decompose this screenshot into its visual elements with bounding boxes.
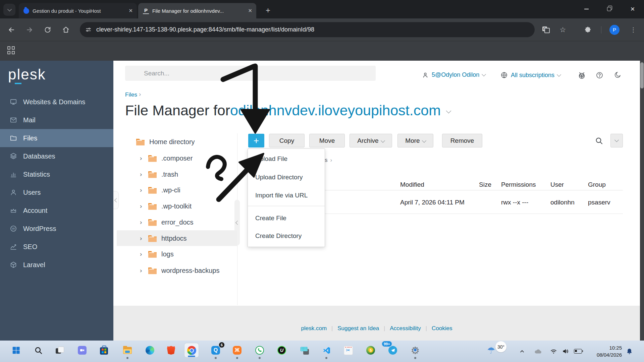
iobit-taskbar-button[interactable]: U bbox=[274, 343, 289, 358]
store-taskbar-button[interactable] bbox=[97, 343, 111, 358]
table-cell-permissions[interactable]: rwx --x --- bbox=[501, 199, 528, 206]
chevron-right-icon[interactable]: › bbox=[140, 267, 144, 274]
copy-button[interactable]: Copy bbox=[269, 134, 305, 147]
tree-item-error-docs[interactable]: ›error_docs bbox=[140, 217, 194, 227]
table-header-modified[interactable]: Modified bbox=[400, 181, 424, 188]
snipping-taskbar-button[interactable]: ✂ bbox=[341, 343, 356, 358]
title-chevron-icon[interactable] bbox=[446, 108, 451, 114]
table-cell-user[interactable]: odilonhn bbox=[550, 199, 575, 206]
window-minimize-button[interactable] bbox=[578, 0, 595, 18]
sidebar-collapse-button[interactable] bbox=[113, 191, 119, 209]
chevron-right-icon[interactable]: › bbox=[140, 219, 144, 226]
home-button[interactable] bbox=[59, 18, 72, 41]
tree-item-composer[interactable]: ›.composer bbox=[140, 153, 193, 163]
more-button[interactable]: More bbox=[397, 134, 433, 147]
start-taskbar-button[interactable] bbox=[9, 343, 23, 358]
chevron-right-icon[interactable]: › bbox=[140, 155, 144, 162]
table-cell-modified[interactable]: April 7, 2026 04:11 PM bbox=[400, 199, 465, 206]
footer-link-cookies[interactable]: Cookies bbox=[432, 325, 452, 332]
page-scrollbar[interactable] bbox=[640, 61, 644, 341]
url-bar[interactable]: clever-shirley.147-135-138-90.plesk.page… bbox=[80, 22, 535, 37]
reload-button[interactable] bbox=[41, 18, 54, 41]
page-scrollbar-thumb[interactable] bbox=[640, 62, 644, 88]
new-tab-button[interactable]: + bbox=[262, 5, 274, 16]
tab-search-button[interactable] bbox=[3, 4, 15, 16]
table-header-permissions[interactable]: Permissions bbox=[501, 181, 536, 188]
chevron-right-icon[interactable]: › bbox=[140, 186, 144, 194]
help-button[interactable] bbox=[596, 71, 603, 79]
weather-umbrella-icon[interactable]: ☂ bbox=[487, 345, 495, 356]
chevron-right-icon[interactable]: › bbox=[140, 202, 144, 210]
brave-taskbar-button[interactable] bbox=[164, 343, 178, 358]
tray-overflow-button[interactable] bbox=[516, 341, 528, 362]
menu-item-create-directory[interactable]: Create Directory bbox=[248, 229, 325, 243]
tree-item-wp-toolkit[interactable]: ›.wp-toolkit bbox=[140, 201, 192, 211]
sidebar-item-databases[interactable]: Databases bbox=[0, 147, 113, 165]
chevron-right-icon[interactable]: › bbox=[140, 250, 144, 258]
battery-tray-button[interactable] bbox=[572, 341, 584, 362]
search-taskbar-button[interactable] bbox=[31, 343, 46, 358]
remove-button[interactable]: Remove bbox=[442, 134, 482, 147]
sidebar-item-wordpress[interactable]: WWordPress bbox=[0, 220, 113, 238]
user-menu[interactable]: 5@Odylon Odilon bbox=[422, 71, 485, 78]
table-header-size[interactable]: Size bbox=[460, 181, 491, 188]
profile-button[interactable]: P bbox=[608, 18, 621, 41]
apps-grid-icon[interactable] bbox=[7, 46, 15, 54]
sidebar-item-users[interactable]: Users bbox=[0, 183, 113, 201]
footer-link-accessibility[interactable]: Accessibility bbox=[390, 325, 421, 332]
file-explorer-taskbar-button[interactable] bbox=[120, 343, 135, 358]
metatrader-taskbar-button[interactable]: 5 bbox=[363, 343, 378, 358]
footer-link-suggest-an-idea[interactable]: Suggest an Idea bbox=[337, 325, 379, 332]
xampp-taskbar-button[interactable]: Ж bbox=[230, 343, 245, 358]
dark-mode-button[interactable] bbox=[614, 71, 622, 79]
bookmark-button[interactable]: ☆ bbox=[556, 18, 570, 41]
table-header-user[interactable]: User bbox=[550, 181, 564, 188]
task-view-taskbar-button[interactable] bbox=[52, 343, 67, 358]
edge-taskbar-button[interactable] bbox=[143, 343, 157, 358]
wifi-tray-button[interactable] bbox=[547, 341, 559, 362]
tree-item-wp-cli[interactable]: ›.wp-cli bbox=[140, 185, 180, 195]
back-button[interactable] bbox=[5, 18, 18, 41]
browser-menu-button[interactable]: ⋮ bbox=[627, 18, 640, 41]
tab-close-icon[interactable]: ✕ bbox=[248, 8, 252, 14]
sidebar-item-files[interactable]: Files bbox=[0, 129, 113, 147]
chat-taskbar-button[interactable] bbox=[75, 343, 90, 358]
plesk-search-input[interactable] bbox=[125, 66, 376, 81]
browser-tab-file-manager[interactable]: P File Manager for odilonhnvdev... ✕ bbox=[138, 3, 256, 18]
tree-item-wordpress-backups[interactable]: ›wordpress-backups bbox=[140, 265, 219, 276]
browser-tab-gestion[interactable]: Gestion du produit - YoupiHost ✕ bbox=[19, 3, 137, 18]
archive-button[interactable]: Archive bbox=[350, 134, 392, 147]
menu-item-import-file-via-url[interactable]: Import file via URL bbox=[248, 189, 325, 202]
breadcrumb-files-link[interactable]: Files bbox=[125, 92, 137, 98]
subscriptions-menu[interactable]: All subscriptions bbox=[500, 71, 560, 79]
tree-item-home-directory[interactable]: Home directory bbox=[136, 137, 195, 147]
window-close-button[interactable]: ✕ bbox=[624, 0, 641, 18]
telegram-taskbar-button[interactable]: 99+ bbox=[385, 343, 400, 358]
table-header-group[interactable]: Group bbox=[588, 181, 606, 188]
translate-button[interactable]: G bbox=[539, 18, 553, 41]
sidebar-item-laravel[interactable]: Laravel bbox=[0, 256, 113, 274]
assistant-button[interactable] bbox=[578, 71, 586, 80]
taskbar-clock[interactable]: 10:25 08/04/2026 bbox=[584, 344, 622, 358]
chevron-right-icon[interactable]: › bbox=[140, 171, 144, 178]
footer-link-plesk-com[interactable]: plesk.com bbox=[301, 325, 327, 332]
extensions-button[interactable] bbox=[581, 18, 594, 41]
temperature-badge[interactable]: 30° bbox=[495, 341, 506, 352]
notifications-button[interactable] bbox=[623, 341, 635, 362]
chevron-right-icon[interactable]: › bbox=[140, 235, 144, 242]
forward-button[interactable] bbox=[23, 18, 36, 41]
table-cell-group[interactable]: psaserv bbox=[588, 199, 610, 206]
sidebar-item-seo[interactable]: SEO bbox=[0, 238, 113, 256]
add-button[interactable]: + bbox=[248, 134, 264, 147]
sidebar-item-mail[interactable]: Mail bbox=[0, 111, 113, 129]
file-search-icon[interactable] bbox=[595, 137, 603, 145]
search-options-button[interactable] bbox=[610, 134, 623, 147]
q-chat-taskbar-button[interactable]: Q6 bbox=[208, 343, 223, 358]
menu-item-upload-file[interactable]: Upload File bbox=[248, 152, 325, 166]
tree-item-logs[interactable]: ›logs bbox=[140, 249, 174, 259]
whatsapp-taskbar-button[interactable] bbox=[252, 343, 267, 358]
onedrive-tray-button[interactable] bbox=[532, 341, 544, 362]
settings-taskbar-button[interactable]: ⚙ bbox=[408, 343, 423, 358]
sidebar-item-statistics[interactable]: Statistics bbox=[0, 165, 113, 183]
tab-close-icon[interactable]: ✕ bbox=[128, 8, 133, 14]
